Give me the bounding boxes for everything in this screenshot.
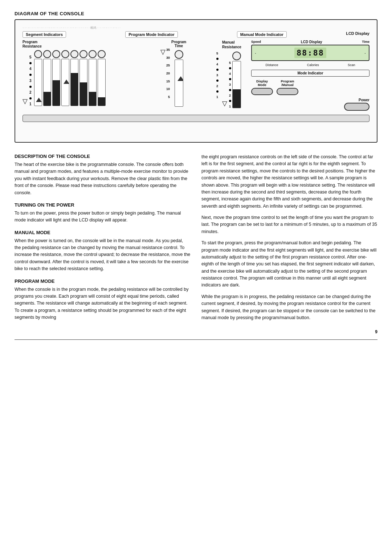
manual-scale: 5 4 3 2 1 bbox=[229, 61, 231, 108]
manual-control[interactable] bbox=[232, 52, 241, 108]
seg-bar-8[interactable] bbox=[98, 50, 106, 106]
seg-fill-5 bbox=[71, 73, 78, 106]
right-section: Manual Resistance ▽ 5 4 3 2 1 bbox=[222, 40, 369, 111]
program-time-label: Program Time bbox=[171, 40, 186, 48]
seg-knob-6[interactable] bbox=[79, 50, 87, 58]
seg-bar-container-2 bbox=[43, 59, 51, 106]
time-control[interactable]: Program Time bbox=[171, 40, 186, 107]
seg-bar-1[interactable] bbox=[34, 50, 42, 106]
segment-section: Program Resistance ▽ 5 4 3 2 1 bbox=[23, 40, 157, 106]
seg-bar-container-5 bbox=[70, 59, 78, 106]
turning-on-text: To turn on the power, press the power bu… bbox=[15, 210, 191, 224]
seg-bar-5[interactable] bbox=[70, 50, 78, 106]
seg-knob-4[interactable] bbox=[61, 50, 69, 58]
program-mode-text: When the console is in the program mode,… bbox=[15, 286, 191, 321]
right-text-4: While the program is in progress, the pe… bbox=[201, 293, 377, 322]
program-time-section: ▽ 35 30 25 20 15 10 5 Program Time bbox=[160, 40, 219, 107]
lcd-display-section: Speed LCD Display Time · 88:88 · Distanc… bbox=[251, 40, 369, 111]
display-mode-button[interactable] bbox=[251, 88, 273, 95]
manual-knob[interactable] bbox=[232, 52, 241, 60]
seg-knob-5[interactable] bbox=[70, 50, 78, 58]
turning-on-heading: TURNING ON THE POWER bbox=[15, 202, 191, 208]
display-mode-group: Display Mode bbox=[251, 80, 273, 95]
time-indicator bbox=[177, 76, 183, 81]
seg-bar-container-7 bbox=[89, 59, 97, 106]
program-mode-label: Program Mode Indicator bbox=[125, 31, 178, 38]
time-label: Time bbox=[362, 40, 369, 44]
right-text-1: the eight program resistance controls on… bbox=[201, 154, 377, 210]
lcd-display-label: LCD Display bbox=[346, 31, 369, 36]
seg-bar-4[interactable] bbox=[61, 50, 69, 106]
manual-down-arrow: ▽ bbox=[222, 99, 227, 107]
manual-mode-heading: MANUAL MODE bbox=[15, 230, 191, 235]
description-heading: DESCRIPTION OF THE CONSOLE bbox=[15, 154, 191, 159]
text-content-area: DESCRIPTION OF THE CONSOLE The heart of … bbox=[15, 154, 377, 326]
console-diagram: ·· · · ·· · · · · ·· · ·· · · · ·· ·· ··… bbox=[15, 19, 377, 143]
seg-bar-2[interactable] bbox=[43, 50, 51, 106]
seg-knob-1[interactable] bbox=[34, 50, 42, 58]
lcd-digits: 88:88 bbox=[294, 48, 326, 58]
prog-time-down-arrow: ▽ bbox=[160, 48, 166, 56]
page-footer: 9 bbox=[15, 329, 377, 334]
seg-knob-7[interactable] bbox=[89, 50, 97, 58]
lcd-speed-dot: · bbox=[255, 50, 256, 56]
footer-divider bbox=[15, 339, 377, 340]
diagram-main-content: Program Resistance ▽ 5 4 3 2 1 bbox=[23, 40, 369, 111]
mode-indicator-box: Mode Indicator bbox=[251, 70, 369, 77]
seg-knob-2[interactable] bbox=[43, 50, 51, 58]
manual-resistance-label: Manual Resistance bbox=[222, 40, 244, 49]
manual-mode-text: When the power is turned on, the console… bbox=[15, 237, 191, 273]
speed-label: Speed LCD Display Time bbox=[251, 40, 369, 44]
program-manual-button[interactable] bbox=[277, 88, 298, 95]
seg-knob-8[interactable] bbox=[98, 50, 106, 58]
lcd-time-dot: · bbox=[364, 50, 366, 56]
time-knob[interactable] bbox=[175, 50, 183, 59]
segment-indicators-label: Segment Indicators bbox=[23, 31, 66, 38]
lcd-display-label: LCD Display bbox=[301, 40, 322, 44]
seg-fill-3 bbox=[53, 80, 60, 106]
manual-resistance-section: Manual Resistance ▽ 5 4 3 2 1 bbox=[222, 40, 244, 108]
seg-knob-3[interactable] bbox=[52, 50, 60, 58]
program-mode-heading: PROGRAM MODE bbox=[15, 278, 191, 284]
seg-bar-container-8 bbox=[98, 59, 106, 106]
seg-bar-container-6 bbox=[79, 59, 87, 106]
seg-bar-container-3 bbox=[52, 59, 60, 106]
seg-fill-6 bbox=[80, 82, 87, 106]
power-button[interactable] bbox=[344, 103, 369, 111]
seg-fill-8 bbox=[98, 97, 105, 106]
seg-bar-3[interactable] bbox=[52, 50, 60, 106]
seg-bar-container-1 bbox=[34, 59, 42, 106]
program-manual-group: Program /Manual bbox=[277, 80, 298, 95]
time-scale-column: 35 30 25 20 15 10 5 bbox=[166, 48, 170, 99]
seg-triangle-1 bbox=[36, 98, 42, 102]
lcd-sub-labels: Distance Calories Scan bbox=[251, 63, 369, 67]
page-number: 9 bbox=[375, 329, 377, 334]
display-mode-label: Display Mode bbox=[256, 80, 268, 87]
noise-decoration: ·· · · ·· · · · · ·· · ·· · · · ·· ·· ··… bbox=[23, 26, 369, 30]
manual-bar-container bbox=[232, 61, 241, 108]
description-text: The heart of the exercise bike is the pr… bbox=[15, 161, 191, 196]
prog-scale: 5 4 3 2 1 bbox=[29, 55, 32, 106]
seg-fill-2 bbox=[44, 92, 51, 106]
seg-bar-6[interactable] bbox=[79, 50, 87, 106]
distance-label: Distance bbox=[266, 63, 278, 67]
right-text-column: the eight program resistance controls on… bbox=[201, 154, 377, 326]
scan-label: Scan bbox=[348, 63, 355, 67]
seg-bar-container-4 bbox=[61, 59, 69, 106]
lcd-screen: · 88:88 · bbox=[251, 45, 369, 61]
seg-fill-7 bbox=[89, 92, 96, 106]
program-manual-label: Program /Manual bbox=[281, 80, 294, 87]
seg-bar-7[interactable] bbox=[89, 50, 97, 106]
manual-mode-label: Manual Mode Indicator bbox=[237, 31, 287, 38]
control-buttons-row: Display Mode Program /Manual bbox=[251, 80, 369, 95]
right-text-3: To start the program, press the program/… bbox=[201, 240, 377, 289]
manual-bar-fill bbox=[233, 89, 241, 108]
seg-triangle-4 bbox=[64, 80, 69, 84]
power-label: Power bbox=[251, 98, 369, 102]
time-bar-container bbox=[175, 60, 183, 107]
down-arrow-icon: ▽ bbox=[23, 97, 28, 105]
segment-bars: ▽ 5 4 3 2 1 bbox=[23, 50, 157, 106]
program-resistance-label: Program Resistance bbox=[23, 40, 157, 49]
right-text-2: Next, move the program time control to s… bbox=[201, 214, 377, 235]
console-bottom-bar bbox=[23, 115, 369, 122]
